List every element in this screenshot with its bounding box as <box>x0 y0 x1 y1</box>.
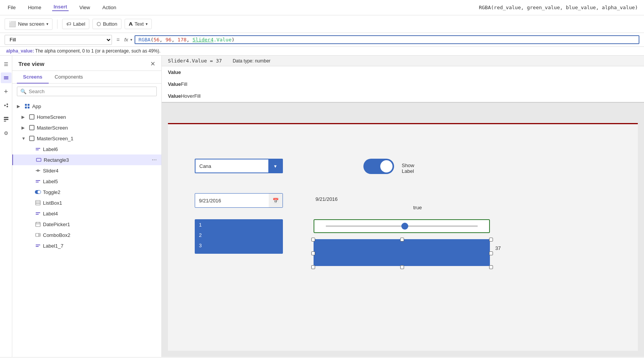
handle-top-left[interactable] <box>311 238 315 241</box>
value-option-valuehoverfill[interactable]: ValueHoverFill <box>162 90 644 102</box>
valuefill-suffix: Fill <box>181 81 187 87</box>
data-icon <box>3 116 9 122</box>
tree-close-button[interactable]: ✕ <box>150 60 155 67</box>
new-screen-chevron-icon: ▾ <box>46 22 48 26</box>
new-screen-button[interactable]: ⬜ New screen ▾ <box>5 18 53 30</box>
fx-icon: fx <box>124 37 128 43</box>
listbox-item-3[interactable]: 3 <box>195 240 283 251</box>
alpha-tooltip-bar: alpha_value: The alpha component, 0 to 1… <box>0 47 644 56</box>
svg-rect-11 <box>25 107 27 108</box>
tree-item-label1-7[interactable]: Label1_7 <box>12 240 161 251</box>
combobox2-label: ComboBox2 <box>43 232 157 238</box>
handle-bottom-right[interactable] <box>489 265 493 269</box>
svg-point-3 <box>4 105 6 106</box>
handle-middle-right[interactable] <box>489 251 493 255</box>
toggle-track[interactable] <box>363 159 394 174</box>
sidebar-icon-layers[interactable] <box>1 72 12 83</box>
search-input[interactable] <box>29 89 153 94</box>
sidebar-icon-controls[interactable] <box>1 100 12 111</box>
tree-item-label5[interactable]: Label5 <box>12 176 161 187</box>
tree-item-slider4[interactable]: Slider4 <box>12 165 161 176</box>
datepicker-icon <box>34 221 41 228</box>
handle-top-middle[interactable] <box>400 238 404 241</box>
menu-insert[interactable]: Insert <box>52 4 69 11</box>
listbox1-label: ListBox1 <box>43 200 157 206</box>
label5-label: Label5 <box>43 179 157 184</box>
listbox-item-1[interactable]: 1 <box>195 220 283 230</box>
autocomplete-formula-row: Slider4.Value = 37 Data type: number <box>162 56 644 66</box>
tree-item-combobox2[interactable]: ComboBox2 <box>12 230 161 240</box>
valuehoverfill-keyword: Value <box>168 93 181 99</box>
homescreen-label: HomeScreen <box>37 114 157 120</box>
new-screen-icon: ⬜ <box>9 21 16 28</box>
svg-rect-15 <box>30 136 34 141</box>
toggle-knob <box>380 160 393 172</box>
sidebar-icon-settings[interactable]: ⚙ <box>1 128 12 138</box>
menu-bar: File Home Insert View Action RGBA(red_va… <box>0 0 644 15</box>
svg-rect-30 <box>36 222 40 227</box>
menu-action[interactable]: Action <box>101 5 118 10</box>
svg-rect-17 <box>36 149 39 150</box>
handle-bottom-middle[interactable] <box>400 265 404 269</box>
handle-middle-left[interactable] <box>311 251 315 255</box>
insert-button-btn[interactable]: ⬡ Button <box>92 19 122 29</box>
toggle2-label: Toggle2 <box>43 189 157 195</box>
slider-widget[interactable] <box>314 219 490 233</box>
tree-item-masterscreen1[interactable]: ▼ MasterScreen_1 <box>12 133 161 144</box>
sidebar-icon-add[interactable]: + <box>1 86 12 97</box>
date-input-text: 9/21/2016 <box>195 198 269 204</box>
tree-item-homescreen[interactable]: ▶ HomeScreen <box>12 112 161 122</box>
fill-property-select[interactable]: Fill <box>5 35 112 45</box>
resize-handles-container <box>311 238 493 269</box>
chevron-down-icon: ▼ <box>21 136 27 141</box>
chevron-right-icon: ▶ <box>21 115 27 120</box>
datepicker-widget[interactable]: 9/21/2016 📅 <box>195 193 283 208</box>
svg-rect-34 <box>36 233 40 236</box>
handle-top-right[interactable] <box>489 238 493 241</box>
tab-components[interactable]: Components <box>49 71 89 84</box>
svg-rect-1 <box>4 77 8 78</box>
listbox-item-2[interactable]: 2 <box>195 230 283 240</box>
tree-item-label6[interactable]: Label6 <box>12 144 161 154</box>
tab-screens[interactable]: Screens <box>17 71 49 84</box>
menu-view[interactable]: View <box>78 5 92 10</box>
formula-input[interactable]: RGBA(56, 96, 178, Slider4.Value) <box>135 35 639 44</box>
combobox-widget[interactable]: Cana ▾ <box>195 159 283 173</box>
tree-item-listbox1[interactable]: ListBox1 <box>12 197 161 208</box>
more-options-icon[interactable]: ··· <box>152 156 157 163</box>
value-option-value[interactable]: Value <box>162 66 644 78</box>
svg-rect-21 <box>36 180 40 181</box>
svg-rect-9 <box>25 104 27 106</box>
tree-item-rectangle3[interactable]: Rectangle3 ··· <box>12 154 161 165</box>
listbox-widget[interactable]: 1 2 3 <box>195 219 283 254</box>
toggle-widget[interactable]: Show Label <box>363 159 394 174</box>
slider-icon <box>34 167 41 174</box>
canvas-area: Slider4.Value = 37 Data type: number Val… <box>162 56 644 357</box>
svg-rect-14 <box>30 125 34 130</box>
tree-item-app[interactable]: ▶ App <box>12 101 161 112</box>
label6-label: Label6 <box>43 146 157 152</box>
tree-item-toggle2[interactable]: Toggle2 <box>12 187 161 197</box>
screen-icon <box>28 124 35 131</box>
slider-thumb[interactable] <box>401 223 408 230</box>
svg-point-24 <box>38 190 41 194</box>
sidebar-icon-menu[interactable]: ☰ <box>1 59 12 69</box>
svg-rect-10 <box>28 104 30 106</box>
masterscreen-label: MasterScreen <box>37 125 157 131</box>
svg-point-4 <box>7 103 8 105</box>
menu-home[interactable]: Home <box>26 5 43 10</box>
sidebar-icon-data[interactable] <box>1 114 12 125</box>
tree-item-datepicker1[interactable]: DatePicker1 <box>12 219 161 230</box>
menu-file[interactable]: File <box>6 5 17 10</box>
rectangle-icon <box>35 156 42 163</box>
formula-rgba: RGBA <box>138 37 150 43</box>
label-icon <box>34 146 41 153</box>
handle-bottom-left[interactable] <box>311 265 315 269</box>
formula-tooltip-header: RGBA(red_value, green_value, blue_value,… <box>479 5 638 10</box>
value-option-valuefill[interactable]: ValueFill <box>162 78 644 90</box>
label-button[interactable]: 🏷 Label <box>62 19 90 29</box>
tree-item-label4[interactable]: Label4 <box>12 208 161 219</box>
tree-item-masterscreen[interactable]: ▶ MasterScreen <box>12 122 161 133</box>
text-button[interactable]: 𝗔 Text ▾ <box>125 19 152 29</box>
value-options-list: Value ValueFill ValueHoverFill <box>162 66 644 102</box>
